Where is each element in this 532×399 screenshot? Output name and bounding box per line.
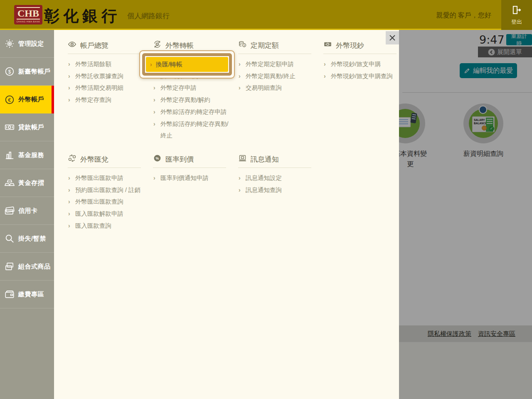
menu-item[interactable]: ›外幣定存異動/解約 (153, 94, 233, 106)
sidebar-item-loan-account[interactable]: 貸款帳戶 (0, 113, 54, 141)
monitor-icon (238, 154, 247, 165)
menu-column-title: 外幣現鈔 (336, 41, 364, 50)
chevron-right-icon: › (68, 208, 70, 220)
sidebar-item-label: 管理設定 (18, 40, 44, 48)
top-bar: CHB CHANG HWA BANK 彰化銀行 個人網路銀行 親愛的 客戶，您好… (0, 0, 532, 30)
menu-column-title: 外幣轉帳 (165, 41, 194, 50)
fx-exchange-icon (68, 154, 76, 165)
menu-item-exchange-transfer[interactable]: › 換匯/轉帳 (146, 57, 228, 72)
menu-item[interactable]: ›匯率到價通知申請 (153, 172, 233, 184)
euro-circle-icon: € (4, 94, 15, 105)
chevron-right-icon: › (153, 94, 155, 106)
chevron-right-icon: › (324, 70, 326, 82)
sidebar-item-label: 信用卡 (18, 207, 38, 215)
sidebar-item-gold-passbook[interactable]: 黃金存摺 (0, 169, 54, 197)
chevron-right-icon: › (68, 220, 70, 232)
dollar-circle-icon: $ (4, 66, 15, 77)
credit-card-icon (4, 205, 15, 217)
svg-text:€: € (8, 97, 11, 103)
menu-item[interactable]: ›匯入匯款解款申請 (68, 208, 148, 220)
menu-item[interactable]: ›訊息通知查詢 (238, 184, 318, 196)
chevron-right-icon: › (68, 82, 70, 94)
chevron-right-icon: › (153, 106, 155, 118)
menu-item[interactable]: ›外幣定期定額申請 (238, 58, 318, 70)
chevron-right-icon: › (68, 184, 70, 196)
sidebar-item-credit-card[interactable]: 信用卡 (0, 197, 54, 225)
chevron-right-icon: › (68, 196, 70, 208)
menu-column-title: 外幣匯兌 (80, 155, 108, 164)
chevron-right-icon: › (153, 82, 155, 94)
highlight-annotation: › 換匯/轉帳 (139, 50, 235, 79)
svg-text:$: $ (157, 43, 158, 46)
menu-item[interactable]: ›外幣活期餘額 (68, 58, 148, 70)
chevron-right-icon: › (68, 94, 70, 106)
fund-chart-icon (4, 150, 15, 161)
sidebar-item-ntd-account[interactable]: $ 新臺幣帳戶 (0, 58, 54, 86)
menu-column-account-overview: $ 帳戶總覽 ›外幣活期餘額 ›外幣託收票據查詢 ›外幣活期交易明細 ›外幣定存… (68, 40, 151, 106)
sidebar-item-label: 繳費專區 (18, 291, 44, 298)
chevron-right-icon: › (153, 118, 155, 130)
menu-column-title: 定期定額 (251, 41, 279, 50)
menu-item[interactable]: ›匯入匯款查詢 (68, 220, 148, 232)
sidebar-item-report-loss[interactable]: 掛失/暫禁 (0, 225, 54, 253)
menu-item[interactable]: ›外幣託收票據查詢 (68, 70, 148, 82)
sidebar-item-label: 貸款帳戶 (18, 123, 44, 131)
menu-column-fx-remittance: 外幣匯兌 ›外幣匯出匯款申請 ›預約匯出匯款查詢 / 註銷 ›外幣匯出匯款查詢 … (68, 154, 151, 232)
menu-item[interactable]: ›外幣綜活存約轉定存申請 (153, 106, 233, 118)
bank-logo-subtext: CHANG HWA BANK (16, 20, 40, 23)
menu-column-foreign-cash: 外幣現鈔 ›外幣現鈔/旅支申購 ›外幣現鈔/旅支申購查詢 (323, 40, 406, 82)
column-divider (153, 167, 226, 168)
menu-item[interactable]: ›外幣定存查詢 (68, 94, 148, 106)
sidebar-item-fund-services[interactable]: 基金服務 (0, 141, 54, 169)
column-divider (323, 54, 397, 54)
menu-column-notifications: 訊息通知 ›訊息通知設定 ›訊息通知查詢 (238, 154, 321, 196)
bank-logo[interactable]: CHB CHANG HWA BANK (14, 5, 42, 25)
menu-item[interactable]: ›外幣定存申請 (153, 82, 233, 94)
user-greeting: 親愛的 客戶，您好 (436, 11, 491, 20)
chevron-right-icon: › (68, 58, 70, 70)
menu-item[interactable]: ›外幣活期交易明細 (68, 82, 148, 94)
chevron-right-icon: › (68, 172, 70, 184)
svg-text:$: $ (244, 44, 245, 47)
chevron-right-icon: › (239, 58, 241, 70)
bank-name: 彰化銀行 (44, 6, 121, 27)
chevron-right-icon: › (150, 61, 152, 68)
chevron-right-icon: › (239, 70, 241, 82)
chevron-right-icon: › (324, 58, 326, 70)
svg-text:$: $ (71, 43, 73, 45)
eye-coin-icon: $ (68, 40, 76, 51)
menu-column-title: 帳戶總覽 (80, 41, 108, 50)
gold-bars-icon (4, 177, 15, 189)
menu-item[interactable]: ›交易明細查詢 (238, 82, 318, 94)
svg-text:$: $ (8, 69, 11, 75)
transfer-cycle-icon: $ (153, 40, 162, 51)
menu-item[interactable]: ›訊息通知設定 (238, 172, 318, 184)
logout-button[interactable]: 登出 (501, 0, 532, 30)
menu-item[interactable]: ›外幣現鈔/旅支申購 (323, 58, 403, 70)
menu-column-title: 訊息通知 (251, 155, 279, 164)
banknote-icon (4, 122, 15, 133)
column-divider (238, 167, 311, 168)
combo-boxes-icon (4, 261, 15, 272)
menu-item[interactable]: ›外幣綜活存約轉定存異動/終止 (153, 118, 233, 142)
sidebar-item-label: 掛失/暫禁 (18, 235, 46, 243)
menu-item[interactable]: ›外幣現鈔/旅支申購查詢 (323, 70, 403, 82)
menu-item[interactable]: ›預約匯出匯款查詢 / 註銷 (68, 184, 148, 196)
svg-text:%: % (156, 156, 159, 160)
menu-item[interactable]: ›外幣匯出匯款查詢 (68, 196, 148, 208)
menu-item[interactable]: ›外幣匯出匯款申請 (68, 172, 148, 184)
sidebar-item-label: 外幣帳戶 (18, 96, 44, 103)
cash-icon (323, 40, 332, 51)
sidebar-item-settings[interactable]: 管理設定 (0, 30, 54, 58)
logout-label: 登出 (511, 18, 522, 26)
sidebar-item-label: 基金服務 (18, 151, 44, 159)
menu-item[interactable]: ›外幣定期異動/終止 (238, 70, 318, 82)
modal-dim-overlay (399, 30, 532, 399)
coins-stack-icon: $ (238, 40, 247, 51)
sidebar-item-combo-products[interactable]: 組合式商品 (0, 253, 54, 281)
foreign-currency-mega-menu: $ 帳戶總覽 ›外幣活期餘額 ›外幣託收票據查詢 ›外幣活期交易明細 ›外幣定存… (54, 30, 399, 399)
sidebar-item-bill-payment[interactable]: 繳費專區 (0, 281, 54, 308)
sidebar-item-foreign-currency-account[interactable]: € 外幣帳戶 (0, 86, 54, 113)
sidebar-item-label: 黃金存摺 (18, 179, 44, 187)
logout-door-icon (511, 5, 522, 17)
